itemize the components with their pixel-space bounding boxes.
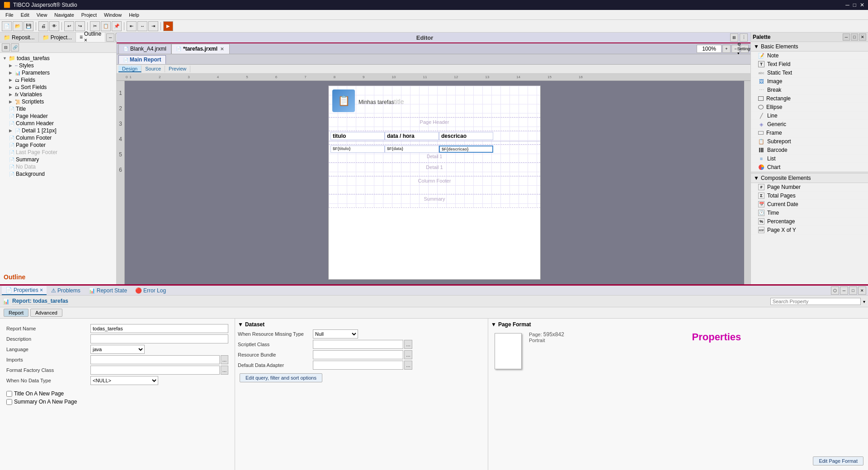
- language-select[interactable]: java groovy: [90, 345, 145, 354]
- toolbar-run-btn[interactable]: ▶: [163, 21, 173, 31]
- palette-item-line[interactable]: ╱ Line: [751, 112, 868, 120]
- tab-preview[interactable]: Preview: [165, 66, 190, 72]
- report-name-input[interactable]: [90, 324, 228, 333]
- vars-toggle[interactable]: ▶: [9, 92, 14, 97]
- editor-tab-tarefas[interactable]: 📄 *tarefas.jrxml ✕: [171, 44, 230, 54]
- palette-item-percentage[interactable]: % Percentage: [751, 217, 868, 226]
- edit-query-btn[interactable]: Edit query, filter and sort options: [240, 373, 322, 382]
- toolbar-save-btn[interactable]: 💾: [24, 21, 33, 31]
- scriptlet-class-input[interactable]: [313, 340, 403, 349]
- toolbar-open-btn[interactable]: 📂: [13, 21, 23, 31]
- tree-root-toggle[interactable]: ▼: [3, 56, 7, 61]
- palette-item-list[interactable]: ≡ List: [751, 155, 868, 163]
- bottom-panel-min-btn[interactable]: ─: [840, 287, 848, 295]
- toolbar-new-btn[interactable]: 📄: [2, 21, 12, 31]
- tree-item-background[interactable]: 📄 Background: [2, 170, 114, 178]
- sortfields-toggle[interactable]: ▶: [9, 85, 14, 89]
- tree-item-detail[interactable]: ▶ 📄 Detail 1 [21px]: [2, 127, 114, 134]
- tree-item-columnfooter[interactable]: 📄 Column Footer: [2, 134, 114, 141]
- props-tab-report[interactable]: Report: [4, 309, 28, 317]
- title-new-page-checkbox[interactable]: [6, 391, 12, 397]
- imports-browse-btn[interactable]: …: [221, 355, 228, 364]
- tree-item-styles[interactable]: ▶ ╌ Styles: [2, 62, 114, 69]
- imports-input[interactable]: [90, 355, 220, 364]
- palette-item-frame[interactable]: Frame: [751, 129, 868, 137]
- edit-page-format-btn[interactable]: Edit Page Format: [813, 456, 863, 465]
- search-dropdown-icon[interactable]: ▾: [863, 299, 865, 304]
- tree-item-pageheader[interactable]: 📄 Page Header: [2, 113, 114, 120]
- palette-min-btn[interactable]: ─: [843, 33, 850, 41]
- panel-tab-reposit[interactable]: 📁 Reposit...: [0, 33, 39, 42]
- palette-item-totalpages[interactable]: Σ Total Pages: [751, 192, 868, 200]
- palette-item-currentdate[interactable]: 📅 Current Date: [751, 200, 868, 209]
- summary-new-page-checkbox[interactable]: [6, 399, 12, 405]
- toolbar-align-right-btn[interactable]: ⇥: [148, 21, 158, 31]
- tree-item-lastpagefooter[interactable]: 📄 Last Page Footer: [2, 149, 114, 156]
- description-input[interactable]: [90, 334, 228, 343]
- format-factory-input[interactable]: [90, 366, 220, 375]
- settings-btn[interactable]: ⚙ Settings ▾: [741, 45, 749, 53]
- format-factory-browse-btn[interactable]: …: [221, 366, 228, 375]
- tree-item-summary[interactable]: 📄 Summary: [2, 156, 114, 163]
- bottom-panel-max-btn[interactable]: □: [849, 287, 857, 295]
- palette-close-btn[interactable]: ✕: [859, 33, 866, 41]
- menu-project[interactable]: Project: [78, 11, 100, 19]
- palette-item-ellipse[interactable]: Ellipse: [751, 103, 868, 112]
- props-search-input[interactable]: [770, 298, 861, 305]
- tree-item-root[interactable]: ▼ 📁 todas_tarefas: [2, 55, 114, 62]
- palette-item-chart[interactable]: Chart: [751, 163, 868, 172]
- menu-help[interactable]: Help: [125, 11, 143, 19]
- palette-item-statictext[interactable]: abc Static Text: [751, 69, 868, 77]
- default-data-adapter-input[interactable]: [313, 361, 403, 370]
- tree-link-btn[interactable]: 🔗: [11, 43, 19, 52]
- menu-view[interactable]: View: [33, 11, 51, 19]
- tree-item-parameters[interactable]: ▶ 📊 Parameters: [2, 69, 114, 76]
- main-report-tab[interactable]: 📄 Main Report: [118, 55, 166, 64]
- toolbar-paste-btn[interactable]: 📌: [112, 21, 122, 31]
- props-report-link[interactable]: Report: todas_tarefas: [12, 298, 68, 305]
- tab-design[interactable]: Design: [118, 66, 142, 72]
- tree-collapse-all-btn[interactable]: ⊟: [2, 43, 10, 52]
- tree-item-variables[interactable]: ▶ fx Variables: [2, 91, 114, 98]
- scriptlets-toggle[interactable]: ▶: [9, 99, 14, 104]
- params-toggle[interactable]: ▶: [9, 70, 14, 75]
- tree-item-pagefooter[interactable]: 📄 Page Footer: [2, 141, 114, 149]
- detail-toggle[interactable]: ▶: [9, 128, 14, 133]
- tree-item-columnheader[interactable]: 📄 Column Header: [2, 120, 114, 127]
- styles-toggle[interactable]: ▶: [9, 63, 14, 68]
- panel-minimize-btn[interactable]: ─: [106, 33, 114, 42]
- resource-bundle-browse-btn[interactable]: …: [404, 350, 412, 359]
- toolbar-align-left-btn[interactable]: ⇤: [127, 21, 137, 31]
- menu-edit[interactable]: Edit: [17, 11, 33, 19]
- tree-item-scriptlets[interactable]: ▶ 📜 Scriptlets: [2, 98, 114, 105]
- when-no-data-select[interactable]: <NULL> No Pages Blank Page: [90, 376, 158, 385]
- editor-view-btn[interactable]: ⊞: [730, 33, 738, 42]
- palette-item-note[interactable]: 📝 Note: [751, 52, 868, 60]
- default-data-adapter-browse-btn[interactable]: …: [404, 361, 412, 370]
- menu-navigate[interactable]: Navigate: [51, 11, 77, 19]
- palette-item-textfield[interactable]: T Text Field: [751, 60, 868, 69]
- toolbar-undo-btn[interactable]: ↩: [64, 21, 74, 31]
- toolbar-copy-btn[interactable]: 📋: [101, 21, 111, 31]
- bottom-tab-problems[interactable]: ⚠ Problems: [47, 287, 84, 295]
- maximize-icon[interactable]: □: [853, 2, 856, 8]
- tree-item-fields[interactable]: ▶ 🗂 Fields: [2, 76, 114, 84]
- palette-item-generic[interactable]: ◈ Generic: [751, 120, 868, 129]
- fields-toggle[interactable]: ▶: [9, 78, 14, 82]
- palette-item-break[interactable]: ⋯ Break: [751, 86, 868, 94]
- editor-menu-btn[interactable]: ⋮: [740, 33, 748, 42]
- panel-tab-project[interactable]: 📁 Project...: [39, 33, 76, 42]
- toolbar-preview-btn[interactable]: 👁: [49, 21, 59, 31]
- props-tab-advanced[interactable]: Advanced: [30, 309, 62, 317]
- bottom-panel-close-btn[interactable]: ✕: [858, 287, 866, 295]
- tree-item-title[interactable]: 📄 Title: [2, 105, 114, 113]
- composite-elements-header[interactable]: ▼ Composite Elements: [751, 174, 868, 183]
- zoom-in-btn[interactable]: +: [722, 45, 731, 53]
- page-format-header[interactable]: ▼ Page Format: [491, 321, 865, 328]
- panel-tab-outline[interactable]: ≡ Outline ×: [76, 33, 105, 42]
- palette-item-rectangle[interactable]: Rectangle: [751, 94, 868, 103]
- bottom-tab-properties[interactable]: 📄 Properties ×: [2, 286, 47, 295]
- bottom-panel-popout-btn[interactable]: ⬡: [831, 287, 839, 295]
- close-icon[interactable]: ✕: [860, 2, 864, 8]
- dataset-header[interactable]: ▼ Dataset: [238, 321, 485, 328]
